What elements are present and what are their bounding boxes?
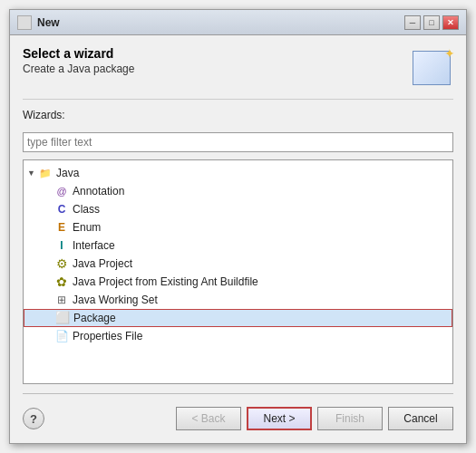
- finish-button[interactable]: Finish: [317, 407, 383, 430]
- dialog-window: New ─ □ ✕ Select a wizard Create a Java …: [9, 9, 467, 444]
- help-button[interactable]: ?: [23, 408, 44, 429]
- tree-item-label: Enum: [73, 221, 101, 234]
- tree-item-label: Interface: [73, 239, 115, 252]
- spacer-icon: [44, 313, 53, 323]
- tree-item-label: Properties File: [73, 330, 142, 342]
- page-subtitle: Create a Java package: [23, 63, 134, 75]
- header-divider: [23, 99, 453, 100]
- tree-item-label: Java Project from Existing Ant Buildfile: [73, 275, 258, 288]
- bottom-divider: [23, 393, 453, 394]
- minimize-button[interactable]: ─: [404, 15, 421, 30]
- back-button[interactable]: < Back: [176, 407, 241, 430]
- title-buttons: ─ □ ✕: [404, 15, 459, 30]
- maximize-button[interactable]: □: [423, 15, 440, 30]
- bottom-buttons: ? < Back Next > Finish Cancel: [23, 403, 453, 432]
- spacer-icon: [44, 332, 53, 341]
- tree-item-label: Java Project: [73, 257, 132, 270]
- tree-item-label: Package: [73, 312, 116, 324]
- project-icon: ⚙: [54, 256, 69, 271]
- tree-item-label: Java: [56, 167, 79, 179]
- tree-item-package[interactable]: ⬜ Package: [24, 309, 452, 327]
- ant-project-icon: ✿: [54, 275, 69, 289]
- tree-item[interactable]: ⚙ Java Project: [24, 255, 452, 273]
- spacer-icon: [44, 295, 53, 304]
- spacer-icon: [44, 223, 53, 232]
- close-button[interactable]: ✕: [442, 15, 459, 30]
- tree-item-label: Annotation: [73, 185, 124, 198]
- wizard-icon-container: [410, 46, 453, 90]
- tree-container: ▼ 📁 Java @ Annotation C Class: [23, 159, 453, 384]
- folder-icon: 📁: [38, 166, 53, 180]
- spacer-icon: [44, 187, 53, 196]
- tree-item[interactable]: 📄 Properties File: [24, 327, 452, 345]
- tree-item[interactable]: I Interface: [24, 236, 452, 255]
- spacer-icon: [44, 259, 53, 268]
- tree-item[interactable]: ▼ 📁 Java: [24, 164, 452, 182]
- spacer-icon: [44, 205, 53, 214]
- wizards-label: Wizards:: [23, 109, 453, 121]
- spacer-icon: [44, 241, 53, 250]
- tree-scroll[interactable]: ▼ 📁 Java @ Annotation C Class: [24, 160, 452, 383]
- working-set-icon: ⊞: [54, 293, 69, 307]
- package-icon: ⬜: [55, 311, 70, 325]
- navigation-buttons: < Back Next > Finish Cancel: [176, 407, 453, 430]
- wizard-icon: [413, 51, 451, 85]
- next-button[interactable]: Next >: [247, 407, 312, 430]
- tree-item-label: Java Working Set: [73, 294, 158, 306]
- filter-input[interactable]: [23, 132, 453, 152]
- spacer-icon: [44, 277, 53, 286]
- header-section: Select a wizard Create a Java package: [23, 46, 453, 90]
- interface-icon: I: [54, 238, 69, 253]
- cancel-button[interactable]: Cancel: [388, 407, 453, 430]
- window-title: New: [37, 16, 60, 29]
- tree-item[interactable]: ✿ Java Project from Existing Ant Buildfi…: [24, 273, 452, 291]
- title-bar-left: New: [17, 15, 60, 30]
- tree-item[interactable]: C Class: [24, 200, 452, 218]
- tree-item[interactable]: ⊞ Java Working Set: [24, 291, 452, 309]
- tree-item-label: Class: [73, 203, 100, 216]
- tree-item[interactable]: @ Annotation: [24, 182, 452, 200]
- header-text: Select a wizard Create a Java package: [23, 46, 134, 75]
- page-title: Select a wizard: [23, 46, 134, 61]
- expand-icon: ▼: [27, 169, 36, 178]
- enum-icon: E: [54, 220, 69, 235]
- tree-item[interactable]: E Enum: [24, 218, 452, 236]
- class-icon: C: [54, 202, 69, 217]
- title-bar: New ─ □ ✕: [10, 10, 466, 35]
- properties-icon: 📄: [54, 329, 69, 343]
- annotation-icon: @: [54, 184, 69, 198]
- window-icon: [17, 15, 32, 30]
- main-content: Select a wizard Create a Java package Wi…: [10, 35, 466, 443]
